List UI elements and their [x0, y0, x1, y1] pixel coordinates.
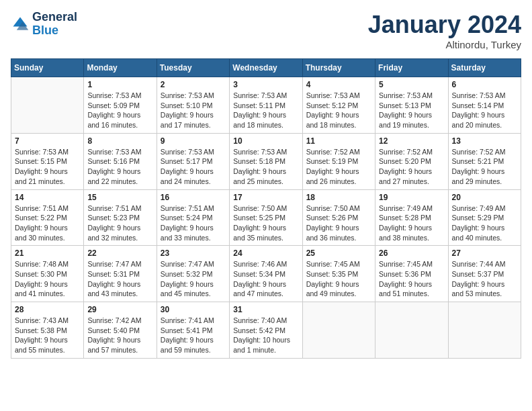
day-number: 30 — [161, 305, 226, 314]
day-info: Sunrise: 7:46 AMSunset: 5:34 PMDaylight:… — [233, 259, 298, 299]
calendar-week-3: 14 Sunrise: 7:51 AMSunset: 5:22 PMDaylig… — [11, 189, 521, 246]
day-header-monday: Monday — [84, 59, 157, 77]
day-info: Sunrise: 7:52 AMSunset: 5:21 PMDaylight:… — [452, 147, 517, 187]
calendar-header: SundayMondayTuesdayWednesdayThursdayFrid… — [11, 59, 521, 77]
calendar-week-1: 1 Sunrise: 7:53 AMSunset: 5:09 PMDayligh… — [11, 77, 521, 134]
calendar-cell: 8 Sunrise: 7:53 AMSunset: 5:16 PMDayligh… — [84, 133, 157, 189]
day-number: 18 — [306, 193, 371, 202]
day-number: 12 — [379, 136, 444, 146]
day-info: Sunrise: 7:53 AMSunset: 5:18 PMDaylight:… — [233, 147, 298, 187]
day-info: Sunrise: 7:41 AMSunset: 5:41 PMDaylight:… — [161, 316, 226, 355]
calendar-cell: 19 Sunrise: 7:49 AMSunset: 5:28 PMDaylig… — [375, 189, 448, 246]
day-info: Sunrise: 7:50 AMSunset: 5:26 PMDaylight:… — [306, 203, 371, 243]
day-info: Sunrise: 7:53 AMSunset: 5:11 PMDaylight:… — [233, 91, 298, 130]
calendar-cell: 22 Sunrise: 7:47 AMSunset: 5:31 PMDaylig… — [84, 246, 157, 302]
day-number: 25 — [306, 248, 371, 258]
day-number: 20 — [452, 193, 517, 202]
day-number: 16 — [161, 193, 226, 202]
calendar-cell: 6 Sunrise: 7:53 AMSunset: 5:14 PMDayligh… — [448, 77, 521, 134]
calendar-cell: 2 Sunrise: 7:53 AMSunset: 5:10 PMDayligh… — [157, 77, 229, 134]
day-number: 22 — [87, 248, 152, 258]
calendar-cell: 1 Sunrise: 7:53 AMSunset: 5:09 PMDayligh… — [84, 77, 157, 134]
day-info: Sunrise: 7:47 AMSunset: 5:31 PMDaylight:… — [87, 259, 152, 299]
day-info: Sunrise: 7:47 AMSunset: 5:32 PMDaylight:… — [161, 259, 226, 299]
day-number: 4 — [306, 80, 371, 89]
calendar-cell: 30 Sunrise: 7:41 AMSunset: 5:41 PMDaylig… — [157, 302, 229, 359]
calendar-week-4: 21 Sunrise: 7:48 AMSunset: 5:30 PMDaylig… — [11, 246, 521, 302]
day-info: Sunrise: 7:53 AMSunset: 5:14 PMDaylight:… — [452, 91, 517, 130]
day-number: 13 — [452, 136, 517, 146]
calendar-cell: 11 Sunrise: 7:52 AMSunset: 5:19 PMDaylig… — [302, 133, 375, 189]
day-number: 2 — [161, 80, 226, 89]
day-info: Sunrise: 7:53 AMSunset: 5:16 PMDaylight:… — [87, 147, 152, 187]
day-info: Sunrise: 7:53 AMSunset: 5:10 PMDaylight:… — [161, 91, 226, 130]
calendar-body: 1 Sunrise: 7:53 AMSunset: 5:09 PMDayligh… — [11, 77, 521, 359]
calendar-cell: 16 Sunrise: 7:51 AMSunset: 5:24 PMDaylig… — [157, 189, 229, 246]
day-header-saturday: Saturday — [448, 59, 521, 77]
calendar-cell: 15 Sunrise: 7:51 AMSunset: 5:23 PMDaylig… — [84, 189, 157, 246]
day-number: 10 — [233, 136, 298, 146]
location-subtitle: Altinordu, Turkey — [368, 39, 521, 50]
day-number: 23 — [161, 248, 226, 258]
calendar-cell: 13 Sunrise: 7:52 AMSunset: 5:21 PMDaylig… — [448, 133, 521, 189]
day-info: Sunrise: 7:42 AMSunset: 5:40 PMDaylight:… — [87, 316, 152, 355]
day-info: Sunrise: 7:53 AMSunset: 5:12 PMDaylight:… — [306, 91, 371, 130]
day-info: Sunrise: 7:50 AMSunset: 5:25 PMDaylight:… — [233, 203, 298, 243]
day-header-thursday: Thursday — [302, 59, 375, 77]
calendar-week-5: 28 Sunrise: 7:43 AMSunset: 5:38 PMDaylig… — [11, 302, 521, 359]
day-number: 17 — [233, 193, 298, 202]
calendar-cell: 25 Sunrise: 7:45 AMSunset: 5:35 PMDaylig… — [302, 246, 375, 302]
calendar-cell: 18 Sunrise: 7:50 AMSunset: 5:26 PMDaylig… — [302, 189, 375, 246]
day-number: 19 — [379, 193, 444, 202]
calendar-cell: 12 Sunrise: 7:52 AMSunset: 5:20 PMDaylig… — [375, 133, 448, 189]
day-info: Sunrise: 7:48 AMSunset: 5:30 PMDaylight:… — [15, 259, 80, 299]
day-info: Sunrise: 7:49 AMSunset: 5:28 PMDaylight:… — [379, 203, 444, 243]
day-number: 31 — [233, 305, 298, 314]
day-info: Sunrise: 7:51 AMSunset: 5:23 PMDaylight:… — [87, 203, 152, 243]
calendar-cell: 23 Sunrise: 7:47 AMSunset: 5:32 PMDaylig… — [157, 246, 229, 302]
calendar-cell: 5 Sunrise: 7:53 AMSunset: 5:13 PMDayligh… — [375, 77, 448, 134]
day-number: 11 — [306, 136, 371, 146]
day-info: Sunrise: 7:53 AMSunset: 5:13 PMDaylight:… — [379, 91, 444, 130]
day-info: Sunrise: 7:52 AMSunset: 5:19 PMDaylight:… — [306, 147, 371, 187]
logo-icon — [11, 15, 30, 34]
title-block: January 2024 Altinordu, Turkey — [368, 11, 521, 50]
day-info: Sunrise: 7:43 AMSunset: 5:38 PMDaylight:… — [15, 316, 80, 355]
day-number: 24 — [233, 248, 298, 258]
calendar-cell: 14 Sunrise: 7:51 AMSunset: 5:22 PMDaylig… — [11, 189, 84, 246]
calendar-cell: 26 Sunrise: 7:45 AMSunset: 5:36 PMDaylig… — [375, 246, 448, 302]
day-number: 28 — [15, 305, 80, 314]
day-info: Sunrise: 7:53 AMSunset: 5:09 PMDaylight:… — [87, 91, 152, 130]
page-header: General Blue January 2024 Altinordu, Tur… — [11, 11, 521, 50]
logo: General Blue — [11, 11, 77, 38]
day-info: Sunrise: 7:49 AMSunset: 5:29 PMDaylight:… — [452, 203, 517, 243]
day-number: 29 — [87, 305, 152, 314]
calendar-table: SundayMondayTuesdayWednesdayThursdayFrid… — [11, 58, 521, 359]
day-info: Sunrise: 7:40 AMSunset: 5:42 PMDaylight:… — [233, 316, 298, 355]
day-number: 9 — [161, 136, 226, 146]
day-info: Sunrise: 7:45 AMSunset: 5:35 PMDaylight:… — [306, 259, 371, 299]
calendar-cell — [302, 302, 375, 359]
day-info: Sunrise: 7:53 AMSunset: 5:17 PMDaylight:… — [161, 147, 226, 187]
day-info: Sunrise: 7:53 AMSunset: 5:15 PMDaylight:… — [15, 147, 80, 187]
day-number: 5 — [379, 80, 444, 89]
day-number: 8 — [87, 136, 152, 146]
day-info: Sunrise: 7:51 AMSunset: 5:24 PMDaylight:… — [161, 203, 226, 243]
day-header-sunday: Sunday — [11, 59, 84, 77]
calendar-cell: 20 Sunrise: 7:49 AMSunset: 5:29 PMDaylig… — [448, 189, 521, 246]
day-number: 14 — [15, 193, 80, 202]
calendar-cell: 27 Sunrise: 7:44 AMSunset: 5:37 PMDaylig… — [448, 246, 521, 302]
day-number: 21 — [15, 248, 80, 258]
calendar-cell: 24 Sunrise: 7:46 AMSunset: 5:34 PMDaylig… — [230, 246, 302, 302]
day-header-wednesday: Wednesday — [230, 59, 302, 77]
calendar-cell: 17 Sunrise: 7:50 AMSunset: 5:25 PMDaylig… — [230, 189, 302, 246]
calendar-cell: 4 Sunrise: 7:53 AMSunset: 5:12 PMDayligh… — [302, 77, 375, 134]
day-number: 15 — [87, 193, 152, 202]
calendar-cell: 3 Sunrise: 7:53 AMSunset: 5:11 PMDayligh… — [230, 77, 302, 134]
day-number: 3 — [233, 80, 298, 89]
calendar-cell — [11, 77, 84, 134]
day-number: 27 — [452, 248, 517, 258]
calendar-cell: 21 Sunrise: 7:48 AMSunset: 5:30 PMDaylig… — [11, 246, 84, 302]
month-title: January 2024 — [368, 11, 521, 39]
calendar-cell: 31 Sunrise: 7:40 AMSunset: 5:42 PMDaylig… — [230, 302, 302, 359]
